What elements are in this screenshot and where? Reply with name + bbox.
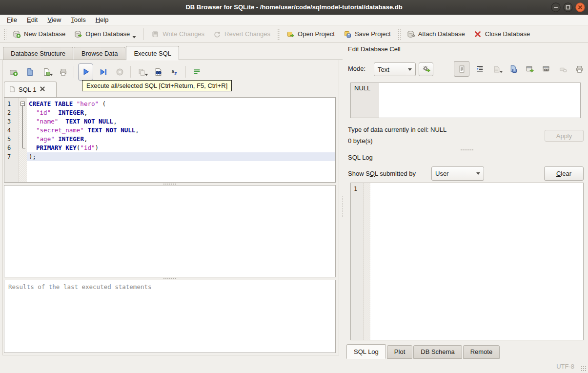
close-tab-icon[interactable] [39,85,46,94]
maximize-button[interactable] [563,2,573,12]
log-filter-select[interactable]: User [431,166,484,181]
toolbar-drag-handle[interactable] [3,28,6,40]
autocomplete-button[interactable]: az [168,65,182,79]
line-number: 1 [4,100,19,108]
dock-tab-remote[interactable]: Remote [463,345,500,359]
mode-select[interactable]: Text [374,62,416,76]
set-null-button[interactable] [556,62,569,75]
attach-database-button[interactable]: Attach Database [403,27,469,41]
sql-code-area[interactable]: CREATE TABLE "hero" ( "id" INTEGER, "nam… [27,98,335,182]
write-changes-button[interactable]: Write Changes [147,27,209,41]
execute-all-button[interactable] [78,63,93,81]
export-data-button[interactable] [507,62,519,75]
revert-changes-icon [213,30,221,38]
text-mode-toggle-button[interactable] [454,61,469,77]
stop-execution-button[interactable] [113,65,126,79]
close-database-button[interactable]: Close Database [469,27,535,41]
toolbar-button-label: Write Changes [162,30,204,38]
code-line-2[interactable]: "id" INTEGER, [27,108,335,117]
dock-tab-label: SQL Log [354,348,379,355]
open-in-external-button[interactable] [523,62,536,75]
open-sql-file-button[interactable] [23,65,37,79]
chevron-down-icon [476,172,480,175]
sql-text [29,126,36,134]
results-placeholder: Results of the last executed statements [4,280,335,293]
menu-edit[interactable]: Edit [22,15,42,24]
sql-identifier: "name" [36,118,58,125]
splitter-dock-sections[interactable] [350,148,584,151]
save-project-button[interactable]: Save Project [339,27,395,41]
dock-tab-sql-log[interactable]: SQL Log [346,344,386,359]
dock-tab-plot[interactable]: Plot [387,345,412,359]
execute-current-line-button[interactable] [96,65,110,79]
tab-database-structure[interactable]: Database Structure [3,47,73,60]
save-sql-file-button[interactable] [40,65,53,79]
find-replace-button[interactable] [151,65,165,79]
find-replace-icon [154,68,162,76]
menu-help[interactable]: Help [91,15,114,24]
dock-tab-db-schema[interactable]: DB Schema [413,345,462,359]
line-number: 3 [4,117,19,126]
sql-keyword: TEXT NOT NULL [87,126,135,134]
fold-collapse-icon[interactable]: − [20,102,25,106]
menubar: FileEditViewToolsHelp [0,15,588,25]
dock-splitter[interactable] [342,195,344,218]
line-number-gutter: 1234567 [4,98,19,182]
close-button[interactable] [575,2,585,12]
dropdown-caret-icon[interactable] [132,33,136,40]
copy-results-button[interactable] [135,65,148,79]
code-line-4[interactable]: "secret_name" TEXT NOT NULL, [27,126,335,135]
toolbar-separator [143,28,144,40]
word-wrap-button[interactable] [190,65,203,79]
dock-tab-label: DB Schema [421,348,454,355]
dropdown-caret-icon[interactable] [49,70,53,78]
new-database-button[interactable]: New Database [8,27,70,41]
dropdown-caret-icon[interactable] [499,67,503,75]
code-line-1[interactable]: CREATE TABLE "hero" ( [27,100,335,108]
fold-guide-corner [22,148,25,148]
resize-grip[interactable] [581,366,587,372]
sql-document-tab[interactable]: SQL 1 [4,82,57,97]
toolbar-drag-handle[interactable] [397,28,401,40]
encoding-indicator[interactable]: UTF-8 [556,363,574,370]
sql-editor[interactable]: 1234567 − CREATE TABLE "hero" ( "id" INT… [4,97,336,183]
sql-log-pane: 1 [350,183,584,340]
minimize-button[interactable] [551,2,561,12]
results-grid-pane[interactable] [4,185,336,277]
menu-file[interactable]: File [2,15,22,24]
clear-log-button[interactable]: Clear [544,166,584,181]
cell-editor[interactable]: NULL [350,83,581,118]
toolbar-drag-handle[interactable] [277,28,280,40]
sql-text: , [135,126,139,134]
menu-tools[interactable]: Tools [66,15,90,24]
gear-icon [422,64,430,75]
word-wrap-cell-button[interactable] [473,62,486,75]
window-title: DB Browser for SQLite - /home/user/code/… [185,3,402,11]
apply-settings-button[interactable] [419,62,433,76]
print-sql-button[interactable] [56,65,70,79]
print-cell-button[interactable] [573,62,586,75]
code-line-6[interactable]: PRIMARY KEY("id") [27,144,335,152]
titlebar: DB Browser for SQLite - /home/user/code/… [0,0,588,15]
execute-all-icon [81,67,90,76]
apply-button[interactable]: Apply [545,130,584,142]
code-line-7[interactable]: ); [27,152,335,161]
code-folding-margin[interactable]: − [19,98,27,182]
svg-text:z: z [174,70,177,76]
sql-text [29,109,36,116]
revert-changes-button[interactable]: Revert Changes [209,27,275,41]
toolbar-button-label: Attach Database [418,30,465,38]
open-project-button[interactable]: Open Project [282,27,339,41]
menu-view[interactable]: View [42,15,66,24]
code-line-5[interactable]: "age" INTEGER, [27,135,335,144]
import-data-button[interactable] [490,62,503,75]
sql-keyword: INTEGER [58,135,84,143]
results-message-pane: Results of the last executed statements [4,280,336,353]
code-line-3[interactable]: "name" TEXT NOT NULL, [27,117,335,126]
tab-execute-sql[interactable]: Execute SQL [126,46,179,60]
open-database-button[interactable]: Open Database [70,25,141,43]
tab-browse-data[interactable]: Browse Data [74,47,125,60]
copy-link-button[interactable] [540,62,552,75]
new-sql-tab-button[interactable] [6,65,20,79]
dropdown-caret-icon[interactable] [144,70,148,78]
